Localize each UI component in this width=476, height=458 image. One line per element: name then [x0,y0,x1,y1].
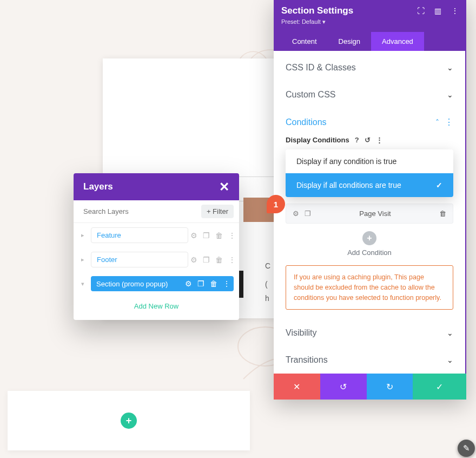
copy-icon[interactable]: ❐ [197,279,204,288]
chevron-up-icon: ˄ [435,118,439,127]
dropdown-option-label: Display if all conditions are true [296,181,401,189]
dropdown-option-any[interactable]: Display if any condition is true [286,149,453,173]
snippet-text: ( [265,278,268,290]
dots-icon[interactable]: ⋮ [223,279,230,288]
snippet-text: C [265,260,270,272]
conditions-body: Display Conditions ? ↺ ⋮ Display if any … [274,136,465,319]
copy-icon[interactable]: ❐ [203,256,210,264]
filter-button[interactable]: + Filter [201,205,234,218]
cancel-button[interactable]: ✕ [274,374,320,400]
dots-icon[interactable]: ⋮ [228,231,236,240]
dots-icon[interactable]: ⋮ [445,117,453,127]
layers-search-row: + Filter [74,200,239,223]
accordion-conditions[interactable]: Conditions ˄ ⋮ [274,108,465,136]
panel-icon[interactable]: ▥ [434,6,441,15]
add-module-card[interactable]: + [8,391,250,450]
layer-label[interactable]: Footer [91,252,188,267]
copy-icon[interactable]: ❐ [203,231,210,240]
floating-settings-button[interactable]: ✎ [458,440,475,457]
layer-item-footer[interactable]: ▸ Footer ⚙ ❐ 🗑 ⋮ [74,247,239,272]
chevron-down-icon: ⌄ [447,63,453,72]
condition-row-page-visit[interactable]: ⚙ ❐ Page Visit 🗑 [286,204,453,224]
check-icon: ✓ [436,382,443,392]
accordion-label: Transitions [286,355,328,365]
copy-icon[interactable]: ❐ [305,210,311,218]
save-button[interactable]: ✓ [413,374,466,400]
snippet-text: h [265,292,269,304]
redo-icon: ↻ [386,382,393,392]
accordion-label: Visibility [286,328,317,338]
expand-icon[interactable]: ▸ [81,232,88,239]
search-input[interactable] [83,207,201,215]
layer-label-text: Section (promo popup) [96,280,168,288]
help-icon[interactable]: ? [355,136,359,144]
check-icon: ✓ [436,181,442,189]
chevron-down-icon: ⌄ [447,329,453,337]
plus-icon[interactable]: + [121,413,137,429]
settings-body: CSS ID & Classes ⌄ Custom CSS ⌄ Conditio… [274,51,466,374]
accordion-transitions[interactable]: Transitions ⌄ [274,346,465,374]
layers-title: Layers [83,181,113,192]
dots-icon[interactable]: ⋮ [451,6,459,15]
annotation-badge-1: 1 [267,195,285,213]
trash-icon[interactable]: 🗑 [439,210,446,218]
gear-icon[interactable]: ⚙ [190,256,197,264]
close-icon: ✕ [293,382,300,392]
tab-advanced[interactable]: Advanced [371,32,424,51]
expand-icon[interactable]: ⛶ [417,6,425,15]
display-mode-dropdown[interactable]: Display if any condition is true Display… [286,149,453,197]
trash-icon[interactable]: 🗑 [215,256,223,264]
settings-footer-actions: ✕ ↺ ↻ ✓ [274,374,466,400]
gear-icon[interactable]: ⚙ [190,231,197,240]
tab-design[interactable]: Design [328,32,371,51]
tab-content[interactable]: Content [281,32,328,51]
trash-icon[interactable]: 🗑 [210,279,217,288]
layer-item-feature[interactable]: ▸ Feature ⚙ ❐ 🗑 ⋮ [74,223,239,247]
accordion-label: Custom CSS [286,90,335,100]
accordion-custom-css[interactable]: Custom CSS ⌄ [274,81,465,108]
gear-icon[interactable]: ⚙ [185,279,192,288]
trash-icon[interactable]: 🗑 [215,231,223,240]
chevron-down-icon: ▾ [322,18,326,25]
expand-icon[interactable]: ▾ [81,280,88,287]
preset-label[interactable]: Preset: Default ▾ [281,18,353,25]
settings-title: Section Settings [281,5,353,16]
add-new-row-button[interactable]: Add New Row [74,296,239,320]
add-condition[interactable]: + Add Condition [286,231,453,257]
chevron-down-icon: ⌄ [447,356,453,364]
section-settings-panel: Section Settings Preset: Default ▾ ⛶ ▥ ⋮… [274,0,466,400]
dropdown-option-all[interactable]: Display if all conditions are true ✓ [286,173,453,197]
dots-icon[interactable]: ⋮ [228,256,236,264]
layer-label[interactable]: Section (promo popup) ⚙ ❐ 🗑 ⋮ [91,276,234,291]
layers-header: Layers ✕ [74,173,239,200]
accordion-label: Conditions [286,117,327,127]
chevron-down-icon: ⌄ [447,90,453,99]
settings-header: Section Settings Preset: Default ▾ ⛶ ▥ ⋮… [274,0,466,51]
layers-panel: Layers ✕ + Filter ▸ Feature ⚙ ❐ 🗑 ⋮ ▸ Fo… [74,173,239,320]
add-condition-label: Add Condition [286,248,453,257]
expand-icon[interactable]: ▸ [81,256,88,263]
plus-icon[interactable]: + [362,231,376,245]
accordion-label: CSS ID & Classes [286,63,356,73]
condition-label: Page Visit [311,210,439,218]
layer-item-section-promo-popup[interactable]: ▾ Section (promo popup) ⚙ ❐ 🗑 ⋮ [74,272,239,296]
redo-button[interactable]: ↻ [367,374,413,400]
accordion-visibility[interactable]: Visibility ⌄ [274,319,465,346]
undo-icon: ↺ [340,382,347,392]
undo-icon[interactable]: ↺ [365,136,371,144]
settings-tabs: Content Design Advanced [281,32,459,51]
undo-button[interactable]: ↺ [320,374,367,400]
caching-warning: If you are using a caching plugin, This … [286,265,453,310]
close-icon[interactable]: ✕ [219,181,229,193]
layer-label[interactable]: Feature [91,227,188,243]
dots-icon[interactable]: ⋮ [376,136,383,144]
display-conditions-label: Display Conditions ? ↺ ⋮ [286,136,453,144]
gear-icon[interactable]: ⚙ [293,210,299,218]
accordion-css-id-classes[interactable]: CSS ID & Classes ⌄ [274,54,465,81]
